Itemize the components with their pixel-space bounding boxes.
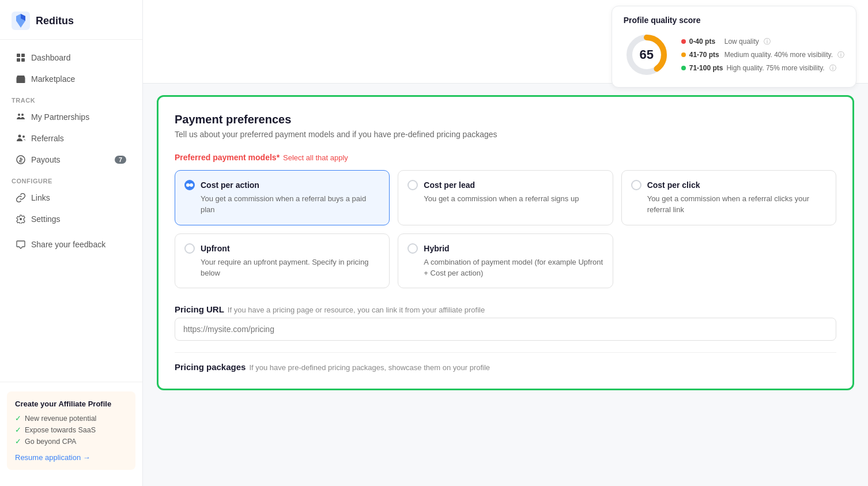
sidebar-item-links[interactable]: Links — [5, 187, 138, 208]
affiliate-card-title: Create your Affiliate Profile — [15, 400, 127, 408]
pricing-packages-label-text: Pricing packages — [175, 362, 246, 372]
sidebar-item-referrals[interactable]: Referrals — [5, 128, 138, 149]
svg-point-6 — [21, 114, 24, 116]
radio-upfront[interactable] — [184, 243, 195, 254]
affiliate-card: Create your Affiliate Profile ✓ New reve… — [7, 391, 135, 470]
payment-card-upfront-desc: Your require an upfront payment. Specify… — [184, 257, 380, 279]
payment-card-upfront-title: Upfront — [201, 244, 230, 253]
payment-card-hybrid[interactable]: Hybrid A combination of payment model (f… — [398, 233, 613, 289]
legend-pts-0: 0-40 pts — [689, 37, 721, 46]
dollar-icon — [16, 155, 25, 164]
pricing-url-input[interactable] — [175, 318, 836, 341]
legend-pts-2: 71-100 pts — [689, 64, 723, 72]
sidebar-item-feedback[interactable]: Share your feedback — [5, 234, 138, 255]
required-asterisk: * — [277, 153, 280, 162]
section-title: Payment preferences — [175, 113, 836, 126]
svg-rect-2 — [21, 54, 25, 57]
sidebar-item-links-label: Links — [31, 193, 50, 202]
sidebar-item-payouts-label: Payouts — [31, 155, 61, 164]
sidebar-item-payouts[interactable]: Payouts 7 — [5, 149, 138, 170]
pricing-url-hint: If you have a pricing page or resource, … — [228, 306, 485, 314]
legend-info-0: ⓘ — [764, 37, 771, 47]
payment-card-cost-per-action-desc: You get a commission when a referral buy… — [184, 194, 380, 216]
sidebar-nav: Dashboard Marketplace Track My Partnersh… — [0, 40, 142, 382]
sidebar-item-my-partnerships-label: My Partnerships — [31, 112, 89, 122]
app-name: Reditus — [36, 15, 74, 27]
check-icon-0: ✓ — [15, 414, 21, 423]
radio-hybrid[interactable] — [407, 243, 418, 254]
main-content: Profile quality score 65 0-40 pts — [143, 0, 868, 486]
payment-card-cost-per-lead[interactable]: Cost per lead You get a commission when … — [398, 170, 613, 225]
sidebar-item-marketplace[interactable]: Marketplace — [5, 69, 138, 89]
legend-dot-1 — [681, 52, 686, 57]
sidebar-feedback-label: Share your feedback — [31, 240, 105, 249]
resume-application-link[interactable]: Resume application → — [15, 453, 90, 462]
payouts-badge: 7 — [115, 156, 126, 164]
check-icon-1: ✓ — [15, 425, 21, 434]
gear-icon — [16, 214, 25, 224]
quality-score-card: Profile quality score 65 0-40 pts — [612, 6, 856, 88]
payment-models-row-2: Upfront Your require an upfront payment.… — [175, 233, 836, 289]
payment-card-cost-per-lead-title: Cost per lead — [424, 180, 475, 190]
payment-card-upfront[interactable]: Upfront Your require an upfront payment.… — [175, 233, 390, 289]
payment-card-cost-per-click[interactable]: Cost per click You get a commission when… — [621, 170, 836, 225]
handshake-icon — [16, 112, 25, 122]
sidebar-item-my-partnerships[interactable]: My Partnerships — [5, 107, 138, 127]
payment-card-hybrid-title: Hybrid — [424, 244, 449, 253]
affiliate-item-0: ✓ New revenue potential — [15, 414, 127, 423]
affiliate-item-1: ✓ Expose towards SaaS — [15, 425, 127, 434]
apply-text: Select all that apply — [283, 153, 348, 162]
sidebar-bottom: Create your Affiliate Profile ✓ New reve… — [0, 382, 142, 486]
users-icon — [16, 134, 25, 143]
pricing-url-label: Pricing URLIf you have a pricing page or… — [175, 304, 836, 314]
payment-card-cost-per-action-header: Cost per action — [184, 180, 380, 190]
legend-dot-2 — [681, 66, 686, 70]
payment-card-cost-per-action-title: Cost per action — [201, 180, 259, 190]
svg-point-7 — [18, 135, 21, 138]
reditus-logo-icon — [12, 12, 30, 30]
sidebar-item-dashboard-label: Dashboard — [31, 53, 71, 62]
affiliate-item-label-1: Expose towards SaaS — [25, 426, 96, 434]
svg-rect-3 — [17, 58, 20, 62]
affiliate-item-label-0: New revenue potential — [25, 415, 96, 423]
payment-card-cost-per-lead-desc: You get a commission when a referral sig… — [407, 194, 603, 205]
radio-cost-per-action[interactable] — [184, 180, 195, 190]
legend-pts-1: 41-70 pts — [689, 51, 721, 59]
quality-score-value: 65 — [639, 47, 653, 62]
quality-legend: 0-40 pts Low quality ⓘ 41-70 pts Medium … — [681, 37, 844, 73]
sidebar-item-dashboard[interactable]: Dashboard — [5, 47, 138, 68]
pricing-packages-hint: If you have pre-defined pricing packages… — [249, 363, 490, 372]
radio-cost-per-click[interactable] — [631, 180, 641, 190]
payment-card-upfront-header: Upfront — [184, 243, 380, 254]
pricing-url-label-text: Pricing URL — [175, 304, 224, 314]
payment-card-cost-per-click-title: Cost per click — [647, 180, 700, 190]
payment-card-cost-per-lead-header: Cost per lead — [407, 180, 603, 190]
sidebar-logo: Reditus — [0, 0, 142, 40]
svg-point-8 — [22, 135, 25, 138]
quality-card-title: Profile quality score — [624, 16, 844, 25]
legend-item-1: 41-70 pts Medium quality. 40% more visib… — [681, 50, 844, 60]
payment-card-cost-per-action[interactable]: Cost per action You get a commission whe… — [175, 170, 390, 225]
content-area: Payment preferences Tell us about your p… — [143, 84, 868, 486]
payment-card-cost-per-click-desc: You get a commission when a referral cli… — [631, 194, 827, 216]
sidebar-item-referrals-label: Referrals — [31, 134, 64, 143]
feedback-icon — [16, 240, 25, 249]
empty-grid-cell — [621, 233, 836, 289]
quality-donut: 65 — [624, 32, 670, 78]
sidebar-item-settings-label: Settings — [31, 214, 61, 224]
grid-icon — [16, 53, 25, 62]
legend-desc-0: Low quality — [724, 37, 759, 46]
legend-desc-2: High quality. 75% more visibility. — [726, 64, 824, 72]
radio-cost-per-lead[interactable] — [407, 180, 418, 190]
section-subtitle: Tell us about your preferred payment mod… — [175, 130, 836, 139]
track-section-label: Track — [0, 90, 142, 106]
legend-info-2: ⓘ — [829, 63, 836, 73]
sidebar-item-settings[interactable]: Settings — [5, 209, 138, 229]
resume-link-label: Resume application → — [15, 453, 90, 462]
sidebar-item-marketplace-label: Marketplace — [31, 74, 75, 84]
payment-card-cost-per-click-header: Cost per click — [631, 180, 827, 190]
svg-point-5 — [18, 114, 20, 116]
sidebar: Reditus Dashboard Marketplace Track My P… — [0, 0, 143, 486]
svg-rect-4 — [21, 58, 25, 62]
pricing-url-section: Pricing URLIf you have a pricing page or… — [175, 304, 836, 341]
